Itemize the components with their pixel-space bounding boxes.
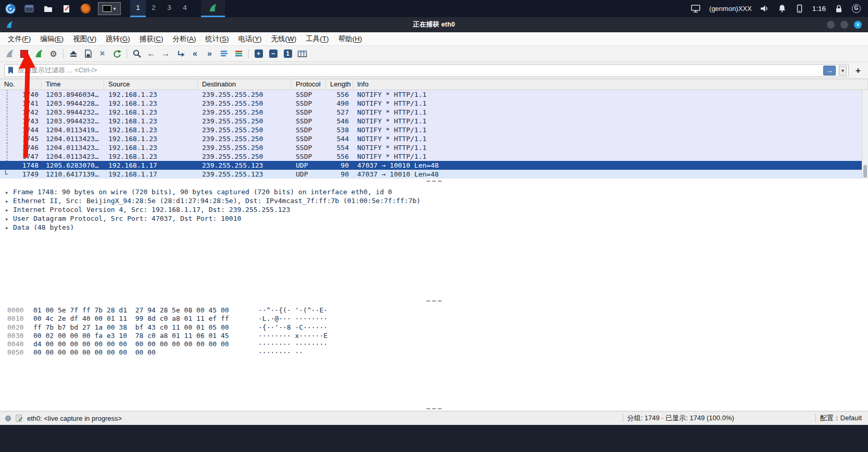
pane-splitter[interactable]	[0, 299, 868, 303]
device-icon[interactable]	[795, 4, 804, 13]
column-header-time[interactable]: Time	[42, 79, 104, 90]
restart-capture-button[interactable]	[32, 47, 46, 60]
filter-apply-button[interactable]: →	[823, 66, 836, 76]
close-capture-button[interactable]: ×	[95, 47, 109, 60]
hex-bytes[interactable]: 00 02 00 00 00 fa e3 10 78 c0 a8 01 11 0…	[33, 332, 258, 340]
column-header-no[interactable]: No.	[0, 79, 42, 90]
stop-capture-button[interactable]	[17, 47, 31, 60]
expand-arrow-icon[interactable]: ▸	[5, 206, 13, 215]
next-packet-button[interactable]: →	[159, 47, 173, 60]
minimize-button[interactable]	[827, 21, 835, 29]
hex-row-0050[interactable]: 005000 00 00 00 00 00 00 00 00 00·······…	[7, 348, 868, 357]
menu-item-g[interactable]: 跳转(G)	[101, 32, 135, 45]
hex-bytes[interactable]: ff 7b b7 bd 27 1a 00 38 bf 43 c0 11 00 0…	[33, 323, 258, 332]
hex-row-0020[interactable]: 0020ff 7b b7 bd 27 1a 00 38 bf 43 c0 11 …	[7, 323, 868, 332]
packet-row-1740[interactable]: 17401203.8946034…192.168.1.23239.255.255…	[0, 90, 868, 99]
pane-splitter[interactable]	[0, 179, 868, 183]
lock-icon[interactable]	[834, 4, 844, 13]
menu-item-c[interactable]: 捕获(C)	[135, 32, 168, 45]
workspace-button-1[interactable]: 1	[130, 0, 146, 17]
column-header-protocol[interactable]: Protocol	[292, 79, 326, 90]
auto-scroll-button[interactable]	[217, 47, 231, 60]
packet-row-1746[interactable]: 17461204.0113423…192.168.1.23239.255.255…	[0, 143, 868, 152]
hex-bytes[interactable]: 00 4c 2e df 40 00 01 11 99 8d c0 a8 01 1…	[33, 315, 258, 323]
menu-item-s[interactable]: 统计(S)	[201, 32, 234, 45]
filter-dropdown-button[interactable]: ▾	[839, 66, 847, 76]
resize-columns-button[interactable]	[295, 47, 309, 60]
hex-row-0000[interactable]: 000001 00 5e 7f ff 7b 28 d1 27 94 28 5e …	[7, 306, 868, 315]
column-header-info[interactable]: Info	[353, 79, 868, 90]
open-capture-button[interactable]	[66, 47, 80, 60]
display-icon[interactable]	[691, 4, 701, 13]
hex-ascii[interactable]: ·L.·@··· ········	[258, 315, 328, 322]
close-button[interactable]: ×	[854, 21, 862, 29]
filter-add-button[interactable]: +	[852, 65, 864, 77]
find-packet-button[interactable]	[130, 47, 144, 60]
menu-item-w[interactable]: 无线(W)	[267, 32, 301, 45]
menu-item-e[interactable]: 编辑(E)	[35, 32, 68, 45]
goto-packet-button[interactable]	[173, 47, 187, 60]
hex-ascii[interactable]: ········ ········	[258, 340, 328, 348]
packet-row-1749[interactable]: └17491210.6417139…192.168.1.17239.255.25…	[0, 170, 868, 179]
workspace-button-2[interactable]: 2	[146, 0, 161, 17]
hex-row-0030[interactable]: 003000 02 00 00 00 fa e3 10 78 c0 a8 01 …	[7, 332, 868, 340]
globe-icon[interactable]: G	[852, 4, 861, 13]
display-filter-input[interactable]: 应用显示过滤器 ... <Ctrl-/> → ▾	[4, 64, 849, 77]
packet-row-1743[interactable]: 17431203.9944232…192.168.1.23239.255.255…	[0, 117, 868, 125]
expert-info-icon[interactable]	[5, 416, 11, 421]
hex-ascii[interactable]: ·{··'··8 ·C······	[258, 323, 328, 331]
menu-item-h[interactable]: 帮助(H)	[334, 32, 367, 45]
workspace-button-4[interactable]: 4	[177, 0, 193, 17]
first-packet-button[interactable]: «	[188, 47, 202, 60]
screen-chooser-dropdown[interactable]: ▾	[98, 2, 121, 15]
hex-bytes[interactable]: 01 00 5e 7f ff 7b 28 d1 27 94 28 5e 08 0…	[33, 306, 258, 315]
packet-row-1747[interactable]: 17471204.0113423…192.168.1.23239.255.255…	[0, 152, 868, 161]
packet-row-1745[interactable]: 17451204.0113423…192.168.1.23239.255.255…	[0, 134, 868, 143]
packet-row-1744[interactable]: 17441204.0113419…192.168.1.23239.255.255…	[0, 125, 868, 134]
detail-line-0[interactable]: ▸Frame 1748: 90 bytes on wire (720 bits)…	[5, 187, 868, 196]
clock[interactable]: 1:16	[812, 5, 826, 12]
window-titlebar[interactable]: 正在捕获 eth0 ×	[0, 17, 868, 32]
expand-arrow-icon[interactable]: ▸	[5, 188, 13, 197]
detail-line-1[interactable]: ▸Ethernet II, Src: BeijingX_94:28:5e (28…	[5, 196, 868, 205]
detail-line-3[interactable]: ▸User Datagram Protocol, Src Port: 47037…	[5, 214, 868, 223]
window-manager-icon[interactable]	[23, 3, 35, 15]
save-capture-button[interactable]	[81, 47, 95, 60]
column-header-source[interactable]: Source	[104, 79, 198, 90]
hex-ascii[interactable]: ··^··{(· '·(^··E·	[258, 306, 328, 314]
colorize-button[interactable]	[232, 47, 246, 60]
zoom-in-button[interactable]: +	[251, 47, 266, 60]
detail-line-2[interactable]: ▸Internet Protocol Version 4, Src: 192.1…	[5, 205, 868, 214]
maximize-button[interactable]	[840, 21, 848, 29]
packet-row-1742[interactable]: 17421203.9944232…192.168.1.23239.255.255…	[0, 108, 868, 117]
menu-item-t[interactable]: 工具(T)	[301, 32, 333, 45]
zoom-original-button[interactable]: 1	[281, 47, 295, 60]
hex-ascii[interactable]: ········ ··	[258, 348, 303, 356]
expand-arrow-icon[interactable]: ▸	[5, 215, 13, 223]
hex-bytes[interactable]: d4 00 00 00 00 00 00 00 00 00 00 00 00 0…	[33, 340, 258, 348]
zoom-out-button[interactable]: −	[266, 47, 280, 60]
capture-comment-icon[interactable]	[15, 414, 23, 422]
packet-row-1748[interactable]: 17481205.6283070…192.168.1.17239.255.255…	[0, 161, 868, 170]
file-manager-icon[interactable]	[42, 3, 54, 15]
text-editor-icon[interactable]	[60, 3, 73, 15]
detail-line-4[interactable]: ▸Data (48 bytes)	[5, 223, 868, 232]
app-menu-icon[interactable]	[4, 3, 17, 15]
workspace-button-3[interactable]: 3	[161, 0, 177, 17]
vertical-scrollbar[interactable]	[862, 90, 868, 179]
volume-icon[interactable]	[760, 4, 769, 13]
status-profile[interactable]: 配置：Default	[820, 413, 862, 423]
menu-item-v[interactable]: 视图(V)	[68, 32, 101, 45]
previous-packet-button[interactable]: ←	[144, 47, 158, 60]
hex-row-0010[interactable]: 001000 4c 2e df 40 00 01 11 99 8d c0 a8 …	[7, 315, 868, 323]
taskbar-wireshark-icon[interactable]	[201, 0, 225, 17]
pane-splitter[interactable]	[0, 407, 868, 411]
hex-ascii[interactable]: ········ x······E	[258, 332, 328, 340]
menu-item-a[interactable]: 分析(A)	[168, 32, 201, 45]
expand-arrow-icon[interactable]: ▸	[5, 223, 13, 232]
column-header-length[interactable]: Length	[326, 79, 353, 90]
firefox-icon[interactable]	[79, 3, 92, 15]
packet-row-1741[interactable]: 17411203.9944228…192.168.1.23239.255.255…	[0, 99, 868, 108]
column-header-destination[interactable]: Destination	[198, 79, 292, 90]
start-capture-button[interactable]	[3, 47, 17, 60]
